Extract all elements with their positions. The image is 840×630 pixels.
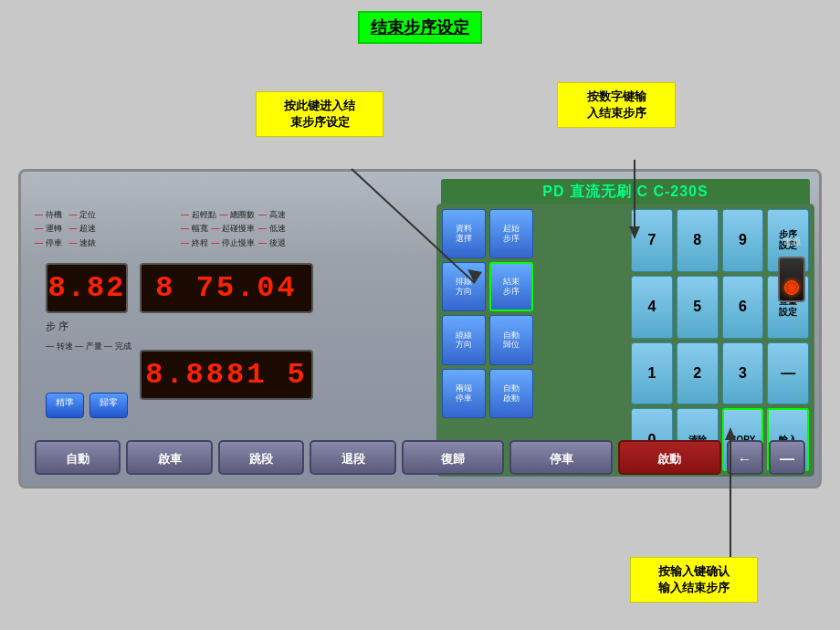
num-9[interactable]: 9: [722, 209, 764, 272]
led-label2: — 終程: [181, 236, 208, 250]
power-label: 電源: [782, 236, 801, 248]
step-label: 步 序: [46, 320, 68, 333]
num-5[interactable]: 5: [677, 276, 719, 339]
guiling-button[interactable]: 歸零: [89, 393, 128, 418]
main-display: 8 75.04: [140, 263, 313, 313]
led-label: — 運轉: [35, 222, 62, 236]
step-display: 8.82: [46, 263, 128, 313]
power-area: 電源: [773, 236, 810, 309]
led-label: — 速錶: [69, 236, 97, 250]
num-3[interactable]: 3: [722, 342, 764, 405]
num-2[interactable]: 2: [677, 342, 719, 405]
annotation-bottom: 按输入键确认输入结束步序: [630, 557, 758, 603]
num-8[interactable]: 8: [677, 209, 719, 272]
main-panel: PD 直流无刷 C C-230S — 待機 — 定位 — 運轉 — 超速 — 停…: [18, 169, 822, 488]
led-label2: — 停止慢車: [212, 236, 256, 250]
led-label: — 定位: [69, 208, 97, 222]
func-btn-liangduan[interactable]: 兩端停車: [442, 369, 486, 418]
btn-left-arrow[interactable]: ←: [727, 440, 763, 475]
annotation-left: 按此键进入结束步序设定: [256, 91, 383, 137]
btn-qiche[interactable]: 啟車: [126, 440, 212, 475]
power-switch[interactable]: [778, 257, 805, 302]
btn-tuiduan[interactable]: 退段: [310, 440, 395, 475]
func-btn-raoxian[interactable]: 繞線方向: [442, 315, 486, 364]
btn-fugui[interactable]: 復歸: [402, 440, 505, 475]
jingzhun-button[interactable]: 精準: [46, 393, 84, 418]
count-display: 8.8881 5: [140, 350, 313, 400]
led-label2: — 後退: [258, 236, 286, 250]
btn-zidong[interactable]: 自動: [35, 440, 121, 475]
func-btn-ziliao[interactable]: 資料選擇: [442, 209, 486, 258]
speed-label: — 转速 — 产量 — 完成: [46, 341, 131, 352]
btn-tingche[interactable]: 停車: [509, 440, 613, 475]
num-6[interactable]: 6: [722, 276, 764, 339]
led-label: — 待機: [35, 208, 62, 222]
num-dash[interactable]: —: [767, 342, 809, 405]
func-btn-jieshu[interactable]: 結束步序: [489, 262, 533, 311]
func-buttons: 資料選擇 起始步序 排線方向 結束步序 繞線方向 自動歸位 兩端停車 自動啟動: [442, 209, 533, 471]
annotation-right: 按数字键输入结束步序: [557, 82, 676, 128]
led-label2: — 幅寬: [181, 222, 208, 236]
btn-dash2[interactable]: —: [769, 440, 805, 475]
led-label2: — 起碰慢車: [212, 222, 256, 236]
panel-header: PD 直流无刷 C C-230S: [441, 179, 810, 205]
led-label2: — 低速: [258, 222, 286, 236]
func-btn-qishi[interactable]: 起始步序: [489, 209, 533, 258]
num-4[interactable]: 4: [631, 276, 673, 339]
title-label: 结束步序设定: [358, 11, 482, 44]
btn-qidong2[interactable]: 啟動: [618, 440, 721, 475]
led-label2: — 起輕點: [181, 208, 216, 222]
led-label: — 停車: [35, 236, 62, 250]
bottom-buttons: 自動 啟車 跳段 退段 復歸 停車 啟動 ← —: [35, 440, 805, 475]
display-area: — 待機 — 定位 — 運轉 — 超速 — 停車 — 速錶 — 起輕點 — 總圈…: [35, 208, 427, 446]
led-label2: — 高速: [258, 208, 286, 222]
led-label: — 超速: [69, 222, 97, 236]
num-1[interactable]: 1: [631, 342, 673, 405]
func-btn-zidong[interactable]: 自動歸位: [489, 315, 533, 364]
btn-tiaoduan[interactable]: 跳段: [218, 440, 304, 475]
keypad-area: 資料選擇 起始步序 排線方向 結束步序 繞線方向 自動歸位 兩端停車 自動啟動 …: [436, 204, 814, 477]
num-7[interactable]: 7: [631, 209, 673, 272]
func-btn-paixian[interactable]: 排線方向: [442, 262, 486, 311]
func-btn-qidong[interactable]: 自動啟動: [489, 369, 533, 418]
led-label2: — 總圈數: [220, 208, 256, 222]
